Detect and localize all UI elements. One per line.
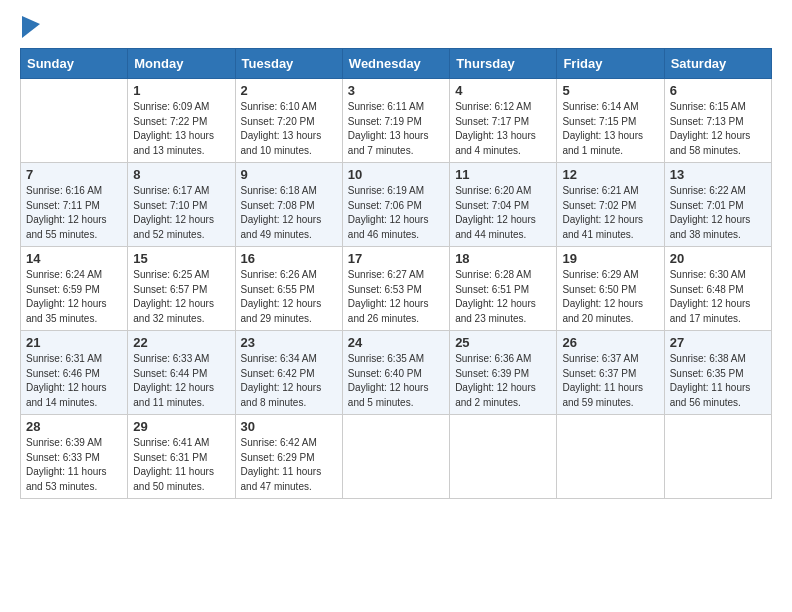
calendar-cell: 14Sunrise: 6:24 AMSunset: 6:59 PMDayligh… (21, 247, 128, 331)
day-number: 15 (133, 251, 229, 266)
calendar-cell: 19Sunrise: 6:29 AMSunset: 6:50 PMDayligh… (557, 247, 664, 331)
cell-info: Sunrise: 6:15 AMSunset: 7:13 PMDaylight:… (670, 100, 766, 158)
calendar-header-wednesday: Wednesday (342, 49, 449, 79)
cell-info: Sunrise: 6:27 AMSunset: 6:53 PMDaylight:… (348, 268, 444, 326)
calendar-cell: 15Sunrise: 6:25 AMSunset: 6:57 PMDayligh… (128, 247, 235, 331)
calendar-cell: 22Sunrise: 6:33 AMSunset: 6:44 PMDayligh… (128, 331, 235, 415)
calendar-header-sunday: Sunday (21, 49, 128, 79)
calendar-cell: 25Sunrise: 6:36 AMSunset: 6:39 PMDayligh… (450, 331, 557, 415)
calendar-cell: 6Sunrise: 6:15 AMSunset: 7:13 PMDaylight… (664, 79, 771, 163)
calendar-cell (450, 415, 557, 499)
day-number: 27 (670, 335, 766, 350)
calendar-cell (21, 79, 128, 163)
cell-info: Sunrise: 6:38 AMSunset: 6:35 PMDaylight:… (670, 352, 766, 410)
cell-info: Sunrise: 6:24 AMSunset: 6:59 PMDaylight:… (26, 268, 122, 326)
day-number: 23 (241, 335, 337, 350)
day-number: 30 (241, 419, 337, 434)
day-number: 5 (562, 83, 658, 98)
cell-info: Sunrise: 6:11 AMSunset: 7:19 PMDaylight:… (348, 100, 444, 158)
calendar-cell: 9Sunrise: 6:18 AMSunset: 7:08 PMDaylight… (235, 163, 342, 247)
calendar-cell: 27Sunrise: 6:38 AMSunset: 6:35 PMDayligh… (664, 331, 771, 415)
cell-info: Sunrise: 6:25 AMSunset: 6:57 PMDaylight:… (133, 268, 229, 326)
calendar-cell (557, 415, 664, 499)
cell-info: Sunrise: 6:28 AMSunset: 6:51 PMDaylight:… (455, 268, 551, 326)
day-number: 18 (455, 251, 551, 266)
calendar-cell: 17Sunrise: 6:27 AMSunset: 6:53 PMDayligh… (342, 247, 449, 331)
cell-info: Sunrise: 6:35 AMSunset: 6:40 PMDaylight:… (348, 352, 444, 410)
calendar-week-row: 14Sunrise: 6:24 AMSunset: 6:59 PMDayligh… (21, 247, 772, 331)
calendar-cell: 23Sunrise: 6:34 AMSunset: 6:42 PMDayligh… (235, 331, 342, 415)
day-number: 26 (562, 335, 658, 350)
logo-icon (22, 16, 40, 38)
day-number: 24 (348, 335, 444, 350)
day-number: 2 (241, 83, 337, 98)
cell-info: Sunrise: 6:12 AMSunset: 7:17 PMDaylight:… (455, 100, 551, 158)
calendar-cell: 21Sunrise: 6:31 AMSunset: 6:46 PMDayligh… (21, 331, 128, 415)
day-number: 25 (455, 335, 551, 350)
calendar-header-thursday: Thursday (450, 49, 557, 79)
cell-info: Sunrise: 6:29 AMSunset: 6:50 PMDaylight:… (562, 268, 658, 326)
calendar-cell: 5Sunrise: 6:14 AMSunset: 7:15 PMDaylight… (557, 79, 664, 163)
page-header (20, 16, 772, 38)
calendar-cell: 13Sunrise: 6:22 AMSunset: 7:01 PMDayligh… (664, 163, 771, 247)
calendar-header-tuesday: Tuesday (235, 49, 342, 79)
cell-info: Sunrise: 6:42 AMSunset: 6:29 PMDaylight:… (241, 436, 337, 494)
day-number: 12 (562, 167, 658, 182)
day-number: 14 (26, 251, 122, 266)
svg-marker-0 (22, 16, 40, 38)
day-number: 8 (133, 167, 229, 182)
cell-info: Sunrise: 6:41 AMSunset: 6:31 PMDaylight:… (133, 436, 229, 494)
day-number: 10 (348, 167, 444, 182)
calendar-cell: 4Sunrise: 6:12 AMSunset: 7:17 PMDaylight… (450, 79, 557, 163)
logo (20, 16, 40, 38)
cell-info: Sunrise: 6:37 AMSunset: 6:37 PMDaylight:… (562, 352, 658, 410)
day-number: 1 (133, 83, 229, 98)
day-number: 4 (455, 83, 551, 98)
calendar-header-row: SundayMondayTuesdayWednesdayThursdayFrid… (21, 49, 772, 79)
calendar-header-friday: Friday (557, 49, 664, 79)
cell-info: Sunrise: 6:10 AMSunset: 7:20 PMDaylight:… (241, 100, 337, 158)
calendar-header-saturday: Saturday (664, 49, 771, 79)
calendar-cell: 16Sunrise: 6:26 AMSunset: 6:55 PMDayligh… (235, 247, 342, 331)
cell-info: Sunrise: 6:33 AMSunset: 6:44 PMDaylight:… (133, 352, 229, 410)
calendar-cell: 7Sunrise: 6:16 AMSunset: 7:11 PMDaylight… (21, 163, 128, 247)
calendar-week-row: 28Sunrise: 6:39 AMSunset: 6:33 PMDayligh… (21, 415, 772, 499)
day-number: 9 (241, 167, 337, 182)
day-number: 13 (670, 167, 766, 182)
cell-info: Sunrise: 6:21 AMSunset: 7:02 PMDaylight:… (562, 184, 658, 242)
day-number: 16 (241, 251, 337, 266)
cell-info: Sunrise: 6:20 AMSunset: 7:04 PMDaylight:… (455, 184, 551, 242)
day-number: 3 (348, 83, 444, 98)
cell-info: Sunrise: 6:09 AMSunset: 7:22 PMDaylight:… (133, 100, 229, 158)
calendar-week-row: 21Sunrise: 6:31 AMSunset: 6:46 PMDayligh… (21, 331, 772, 415)
day-number: 7 (26, 167, 122, 182)
calendar-cell: 11Sunrise: 6:20 AMSunset: 7:04 PMDayligh… (450, 163, 557, 247)
day-number: 17 (348, 251, 444, 266)
calendar-table: SundayMondayTuesdayWednesdayThursdayFrid… (20, 48, 772, 499)
calendar-cell: 30Sunrise: 6:42 AMSunset: 6:29 PMDayligh… (235, 415, 342, 499)
calendar-cell (664, 415, 771, 499)
day-number: 19 (562, 251, 658, 266)
cell-info: Sunrise: 6:26 AMSunset: 6:55 PMDaylight:… (241, 268, 337, 326)
calendar-cell (342, 415, 449, 499)
day-number: 11 (455, 167, 551, 182)
calendar-cell: 3Sunrise: 6:11 AMSunset: 7:19 PMDaylight… (342, 79, 449, 163)
calendar-week-row: 7Sunrise: 6:16 AMSunset: 7:11 PMDaylight… (21, 163, 772, 247)
calendar-cell: 20Sunrise: 6:30 AMSunset: 6:48 PMDayligh… (664, 247, 771, 331)
calendar-cell: 24Sunrise: 6:35 AMSunset: 6:40 PMDayligh… (342, 331, 449, 415)
cell-info: Sunrise: 6:30 AMSunset: 6:48 PMDaylight:… (670, 268, 766, 326)
cell-info: Sunrise: 6:36 AMSunset: 6:39 PMDaylight:… (455, 352, 551, 410)
cell-info: Sunrise: 6:39 AMSunset: 6:33 PMDaylight:… (26, 436, 122, 494)
cell-info: Sunrise: 6:22 AMSunset: 7:01 PMDaylight:… (670, 184, 766, 242)
calendar-cell: 12Sunrise: 6:21 AMSunset: 7:02 PMDayligh… (557, 163, 664, 247)
cell-info: Sunrise: 6:34 AMSunset: 6:42 PMDaylight:… (241, 352, 337, 410)
calendar-header-monday: Monday (128, 49, 235, 79)
cell-info: Sunrise: 6:14 AMSunset: 7:15 PMDaylight:… (562, 100, 658, 158)
calendar-cell: 29Sunrise: 6:41 AMSunset: 6:31 PMDayligh… (128, 415, 235, 499)
calendar-cell: 28Sunrise: 6:39 AMSunset: 6:33 PMDayligh… (21, 415, 128, 499)
cell-info: Sunrise: 6:16 AMSunset: 7:11 PMDaylight:… (26, 184, 122, 242)
calendar-cell: 26Sunrise: 6:37 AMSunset: 6:37 PMDayligh… (557, 331, 664, 415)
day-number: 22 (133, 335, 229, 350)
day-number: 28 (26, 419, 122, 434)
calendar-cell: 2Sunrise: 6:10 AMSunset: 7:20 PMDaylight… (235, 79, 342, 163)
